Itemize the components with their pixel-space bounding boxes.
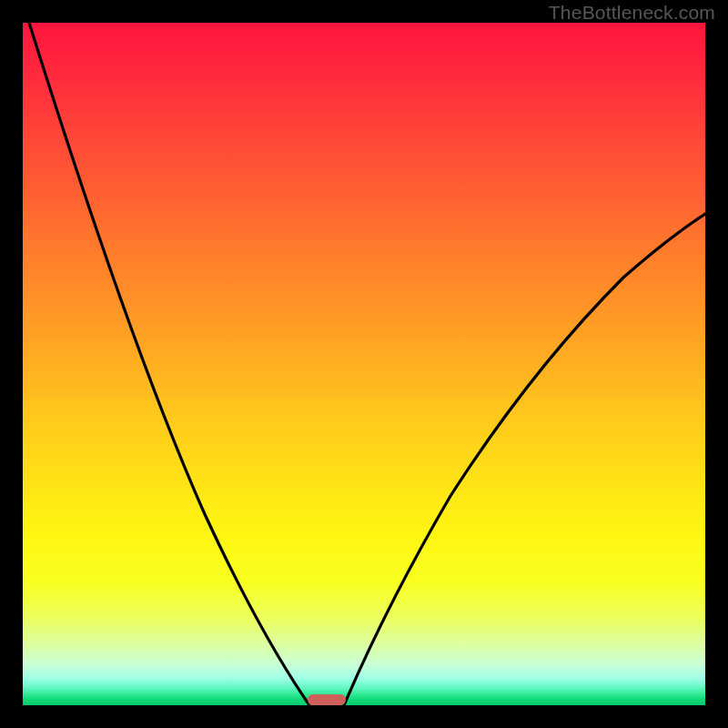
bottleneck-marker [308, 694, 346, 705]
curve-layer [23, 23, 705, 705]
right-curve [344, 214, 705, 705]
watermark-text: TheBottleneck.com [549, 2, 715, 24]
plot-area [23, 23, 705, 705]
chart-frame: TheBottleneck.com [0, 0, 728, 728]
left-curve [29, 23, 309, 705]
